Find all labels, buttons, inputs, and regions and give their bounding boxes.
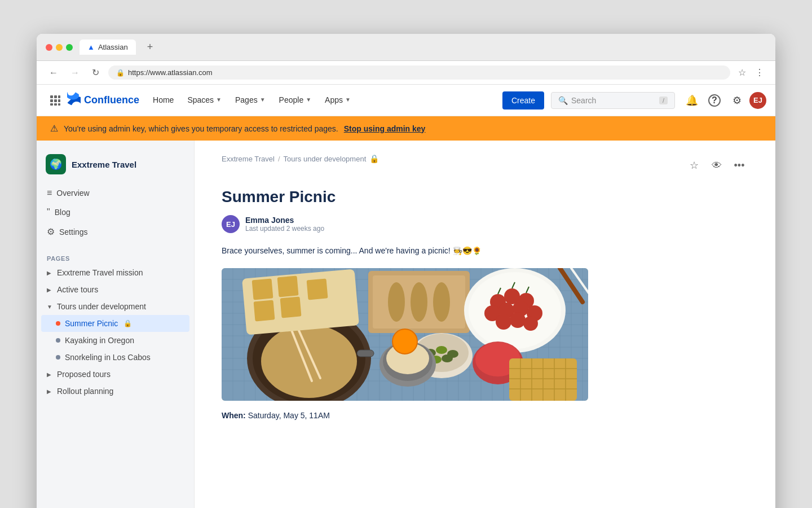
tree-item-label: Tours under development [57, 302, 146, 311]
reload-button[interactable]: ↻ [89, 66, 103, 79]
admin-banner-message: You're using admin key, which gives you … [64, 124, 338, 133]
nav-apps[interactable]: Apps ▼ [318, 85, 358, 116]
svg-point-61 [411, 282, 427, 322]
maximize-dot[interactable] [66, 44, 73, 51]
more-icon[interactable]: ⋮ [753, 66, 766, 79]
more-button[interactable]: ••• [730, 156, 748, 174]
svg-rect-2 [58, 95, 60, 98]
tree-item-label: Snorkeling in Los Cabos [65, 353, 151, 362]
main-layout: 🌍 Exxtreme Travel ≡ Overview " Blog ⚙ Se… [37, 141, 775, 508]
breadcrumb-space[interactable]: Exxtreme Travel [222, 155, 275, 163]
sidebar-blog[interactable]: " Blog [41, 203, 189, 222]
content-actions: ☆ 👁 ••• [685, 156, 748, 174]
sidebar-header: 🌍 Exxtreme Travel [37, 150, 194, 183]
content-area: Exxtreme Travel / Tours under developmen… [195, 141, 775, 508]
address-bar: ← → ↻ 🔒 https://www.atlassian.com ☆ ⋮ [37, 61, 775, 85]
svg-point-60 [388, 282, 405, 322]
url-input[interactable]: 🔒 https://www.atlassian.com [108, 65, 730, 80]
tree-item-rollout[interactable]: ▶ Rollout planning [41, 383, 189, 400]
confluence-navbar: Confluence Home Spaces ▼ Pages ▼ People … [37, 85, 775, 116]
breadcrumb-lock-icon: 🔒 [369, 154, 379, 163]
sidebar-overview[interactable]: ≡ Overview [41, 183, 189, 203]
help-icon: ? [708, 94, 721, 107]
svg-rect-3 [50, 99, 53, 102]
create-button[interactable]: Create [502, 91, 544, 110]
when-text: When: Saturday, May 5, 11AM [222, 411, 748, 420]
tree-item-label: Active tours [57, 285, 98, 294]
user-avatar[interactable]: EJ [749, 92, 766, 109]
tree-item-label: Summer Picnic [65, 319, 118, 328]
more-icon: ••• [734, 160, 745, 172]
nav-home[interactable]: Home [146, 85, 180, 116]
tree-item-tours-dev[interactable]: ▼ Tours under development [41, 298, 189, 315]
tree-item-label: Kayaking in Oregon [65, 336, 134, 345]
bookmark-icon[interactable]: ☆ [736, 66, 748, 79]
search-slash: / [659, 97, 668, 104]
breadcrumb-parent[interactable]: Tours under development [284, 155, 367, 163]
author-row: EJ Emma Jones Last updated 2 weeks ago [222, 215, 748, 233]
nav-pages[interactable]: Pages ▼ [228, 85, 272, 116]
author-name: Emma Jones [245, 216, 324, 225]
tree-dot [56, 338, 60, 343]
confluence-logo[interactable]: Confluence [67, 92, 139, 108]
breadcrumb: Exxtreme Travel / Tours under developmen… [222, 154, 379, 163]
warning-icon: ⚠ [50, 123, 58, 134]
svg-point-81 [436, 346, 447, 354]
tab-title: Atlassian [98, 43, 128, 51]
sidebar-nav: ≡ Overview " Blog ⚙ Settings [37, 183, 194, 242]
last-updated: Last updated 2 weeks ago [245, 225, 324, 233]
expand-arrow: ▶ [47, 388, 54, 395]
minimize-dot[interactable] [56, 44, 63, 51]
close-dot[interactable] [46, 44, 52, 51]
svg-rect-91 [280, 297, 302, 318]
search-box[interactable]: 🔍 Search / [551, 92, 675, 109]
svg-point-84 [442, 354, 453, 362]
back-button[interactable]: ← [46, 67, 61, 79]
browser-tab[interactable]: ▲ Atlassian [80, 40, 136, 55]
forward-button[interactable]: → [67, 67, 83, 79]
space-name: Exxtreme Travel [72, 160, 136, 169]
nav-spaces[interactable]: Spaces ▼ [180, 85, 228, 116]
picnic-image [222, 268, 588, 401]
tree-item-snorkeling[interactable]: Snorkeling in Los Cabos [41, 349, 189, 366]
svg-point-107 [392, 329, 417, 354]
svg-rect-6 [50, 103, 53, 106]
svg-point-72 [496, 314, 511, 330]
pages-arrow: ▼ [260, 97, 266, 103]
apps-arrow: ▼ [345, 97, 351, 103]
svg-rect-90 [254, 300, 275, 322]
tree-dot [56, 355, 60, 360]
help-button[interactable]: ? [704, 90, 725, 111]
logo-text: Confluence [84, 94, 139, 106]
pages-section-label: PAGES [37, 251, 194, 264]
when-value: Saturday, May 5, 11AM [248, 411, 330, 420]
page-title: Summer Picnic [222, 188, 748, 206]
blog-icon: " [47, 207, 50, 217]
settings-icon: ⚙ [47, 226, 55, 237]
notifications-button[interactable]: 🔔 [682, 90, 702, 111]
new-tab-button[interactable]: + [143, 40, 158, 54]
expand-arrow: ▶ [47, 270, 54, 276]
svg-rect-89 [277, 276, 299, 297]
tree-item-label: Exxtreme Travel mission [57, 268, 143, 277]
spaces-arrow: ▼ [216, 97, 222, 103]
app-switcher-icon[interactable] [46, 91, 65, 110]
tree-item-active-tours[interactable]: ▶ Active tours [41, 281, 189, 298]
avatar-initials: EJ [753, 96, 762, 104]
settings-label: Settings [59, 227, 88, 237]
nav-items: Home Spaces ▼ Pages ▼ People ▼ Apps ▼ [146, 85, 500, 116]
sidebar-settings[interactable]: ⚙ Settings [41, 222, 189, 242]
tree-item-kayaking[interactable]: Kayaking in Oregon [41, 332, 189, 349]
svg-rect-4 [54, 99, 57, 102]
bell-icon: 🔔 [686, 94, 698, 107]
watch-button[interactable]: 👁 [708, 156, 726, 174]
nav-people[interactable]: People ▼ [272, 85, 319, 116]
tree-item-mission[interactable]: ▶ Exxtreme Travel mission [41, 264, 189, 281]
tree-item-summer-picnic[interactable]: Summer Picnic 🔒 [41, 315, 189, 332]
breadcrumb-sep1: / [278, 155, 280, 163]
svg-point-54 [261, 325, 357, 398]
star-button[interactable]: ☆ [685, 156, 703, 174]
stop-admin-key-link[interactable]: Stop using admin key [344, 124, 426, 133]
settings-button[interactable]: ⚙ [727, 90, 747, 111]
tree-item-proposed[interactable]: ▶ Proposed tours [41, 366, 189, 383]
